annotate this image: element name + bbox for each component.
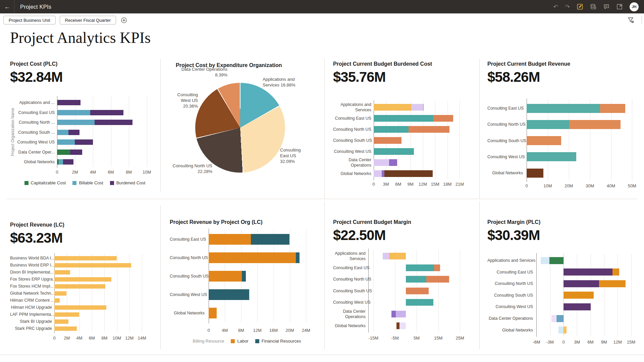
bar-segment[interactable] — [564, 268, 612, 276]
bar-segment[interactable] — [209, 308, 217, 318]
row-label: Consulting East US — [10, 110, 55, 115]
bar-segment[interactable] — [54, 305, 106, 310]
bar-segment[interactable] — [63, 159, 73, 165]
bar-segment[interactable] — [434, 264, 440, 271]
bar-segment[interactable] — [209, 234, 251, 245]
add-filter-icon[interactable] — [121, 17, 127, 23]
bar-segment[interactable] — [251, 234, 289, 245]
bar-segment[interactable] — [527, 169, 543, 178]
bar-segment[interactable] — [406, 288, 429, 294]
filter-chip-receiver-fiscal-quarter[interactable]: Receiver Fiscal Quarter — [60, 16, 116, 24]
bar-segment[interactable] — [527, 136, 561, 145]
bar-segment[interactable] — [242, 271, 246, 282]
bar-segment[interactable] — [90, 110, 123, 115]
bar-segment[interactable] — [70, 149, 83, 155]
bar-segment[interactable] — [569, 120, 621, 129]
bar-segment[interactable] — [68, 130, 80, 135]
bar-segment[interactable] — [374, 126, 409, 133]
bar-segment[interactable] — [374, 104, 411, 111]
bar-segment[interactable] — [95, 120, 132, 125]
bar-segment[interactable] — [406, 264, 434, 271]
bar-segment[interactable] — [433, 115, 453, 122]
bar-segment[interactable] — [600, 104, 625, 113]
undo-icon[interactable]: ↶ — [553, 4, 558, 10]
legend-item[interactable]: Labor — [231, 339, 248, 344]
bar-segment[interactable] — [54, 312, 79, 317]
bar-segment[interactable] — [57, 130, 68, 135]
bar-segment[interactable] — [57, 149, 70, 155]
bar-segment[interactable] — [374, 170, 382, 177]
bar-segment[interactable] — [564, 280, 599, 287]
legend-item[interactable]: Capitalizable Cost — [24, 180, 66, 185]
bar-segment[interactable] — [612, 268, 619, 276]
bar-segment[interactable] — [54, 277, 111, 282]
bar-segment[interactable] — [556, 315, 564, 322]
bar-segment[interactable] — [374, 159, 389, 166]
bar-segment[interactable] — [54, 270, 70, 275]
bar-segment[interactable] — [527, 152, 576, 161]
bar-segment[interactable] — [527, 120, 569, 129]
bar-segment[interactable] — [396, 311, 406, 317]
bar-segment[interactable] — [558, 326, 564, 334]
legend-item[interactable]: Financial Resources — [255, 339, 301, 344]
bar-segment[interactable] — [399, 322, 406, 329]
bar-segment[interactable] — [54, 326, 77, 331]
bar-segment[interactable] — [406, 276, 426, 283]
bar-segment[interactable] — [296, 252, 300, 263]
bar-segment[interactable] — [54, 256, 117, 260]
redo-icon[interactable]: ↷ — [565, 4, 570, 10]
bar-segment[interactable] — [564, 292, 594, 299]
bar-segment[interactable] — [389, 159, 397, 166]
bar-segment[interactable] — [54, 263, 131, 267]
bar-segment[interactable] — [389, 253, 406, 259]
bar-segment[interactable] — [541, 257, 550, 264]
bar-segment[interactable] — [599, 280, 626, 287]
legend-item[interactable]: Burdened Cost — [110, 180, 146, 185]
bar-segment[interactable] — [383, 253, 389, 259]
pie-chart[interactable] — [195, 83, 285, 173]
axis-tick-label: 50M — [628, 183, 636, 188]
open-in-new-icon[interactable] — [616, 4, 623, 10]
filter-chip-project-business-unit[interactable]: Project Business Unit — [3, 16, 56, 24]
back-button[interactable]: ← — [0, 0, 14, 13]
bar-segment[interactable] — [54, 284, 105, 289]
bar-segment[interactable] — [374, 115, 433, 122]
legend-label: Labor — [237, 339, 248, 344]
bar-segment[interactable] — [54, 291, 66, 296]
avatar[interactable]: JH — [630, 2, 639, 11]
bar-segment[interactable] — [58, 100, 80, 105]
bar-segment[interactable] — [209, 252, 296, 263]
edit-icon[interactable] — [577, 4, 583, 10]
bar-segment[interactable] — [59, 159, 63, 165]
bar-segment[interactable] — [374, 137, 401, 144]
bar-segment[interactable] — [396, 322, 400, 329]
bar-segment[interactable] — [527, 104, 600, 113]
bar-segment[interactable] — [374, 148, 414, 155]
bar-segment[interactable] — [423, 104, 424, 111]
bar-segment[interactable] — [57, 139, 75, 145]
bar-segment[interactable] — [209, 271, 242, 282]
refresh-data-icon[interactable] — [590, 4, 596, 10]
column-divider — [324, 201, 325, 349]
legend-item[interactable]: Billable Cost — [72, 180, 103, 185]
bar-segment[interactable] — [549, 257, 564, 264]
bar-segment[interactable] — [391, 311, 396, 317]
bar-segment[interactable] — [564, 303, 591, 310]
bar-segment[interactable] — [426, 276, 449, 283]
bar-segment[interactable] — [382, 170, 384, 177]
bar-segment[interactable] — [57, 110, 90, 115]
filter-settings-icon[interactable] — [627, 16, 635, 24]
bar-segment[interactable] — [54, 319, 68, 324]
bar-segment[interactable] — [75, 139, 93, 145]
bar-segment[interactable] — [551, 315, 556, 322]
bar-segment[interactable] — [409, 126, 449, 133]
bar-segment[interactable] — [384, 170, 433, 177]
bar-segment[interactable] — [57, 120, 95, 125]
comments-icon[interactable] — [603, 4, 609, 10]
row-label: Applications and Services — [487, 258, 533, 263]
bar-segment[interactable] — [406, 299, 434, 306]
bar-segment[interactable] — [209, 289, 249, 300]
bar-segment[interactable] — [564, 326, 567, 334]
bar-segment[interactable] — [54, 298, 60, 303]
bar-segment[interactable] — [411, 104, 423, 111]
